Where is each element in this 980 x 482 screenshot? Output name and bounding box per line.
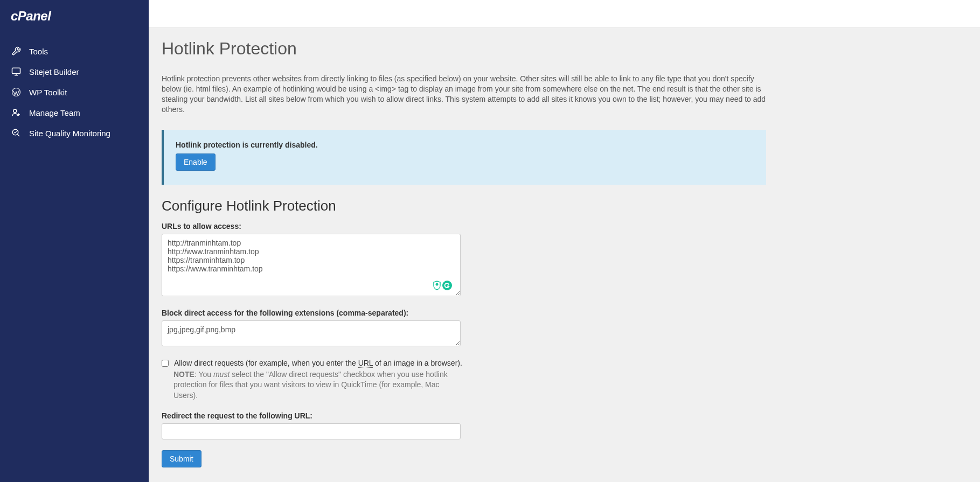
sitejet-icon [11,66,22,77]
allow-direct-prefix: Allow direct requests (for example, when… [174,359,358,367]
enable-button[interactable]: Enable [176,153,216,171]
note-prefix: : You [194,370,213,379]
section-title: Configure Hotlink Protection [162,198,766,214]
sidebar-item-label: WP Toolkit [29,88,67,97]
content-area: Hotlink Protection Hotlink protection pr… [149,28,779,482]
grammarly-badges [433,281,452,290]
allow-direct-label: Allow direct requests (for example, when… [174,359,462,367]
status-alert: Hotlink protection is currently disabled… [162,130,766,185]
sidebar-item-label: Manage Team [29,108,80,117]
sidebar-item-label: Sitejet Builder [29,67,79,76]
sidebar-item-site-quality[interactable]: Site Quality Monitoring [0,123,149,143]
allow-direct-row: Allow direct requests (for example, when… [162,359,766,367]
main-content: Hotlink Protection Hotlink protection pr… [149,0,980,482]
redirect-form-group: Redirect the request to the following UR… [162,411,766,439]
urls-form-group: URLs to allow access: [162,222,766,298]
svg-line-9 [17,134,19,136]
note-must: must [213,370,230,379]
page-title: Hotlink Protection [162,39,766,59]
allow-direct-checkbox[interactable] [162,360,169,367]
svg-text:cPanel: cPanel [11,10,52,23]
svg-point-10 [436,283,439,285]
status-text: Hotlink protection is currently disabled… [176,141,754,149]
svg-rect-1 [12,68,20,74]
note-label: NOTE [173,370,194,379]
urls-textarea[interactable] [162,234,461,296]
sidebar-item-label: Tools [29,47,48,56]
extensions-textarea[interactable] [162,320,461,346]
sidebar-item-sitejet[interactable]: Sitejet Builder [0,61,149,82]
tools-icon [11,46,22,57]
allow-direct-suffix: of an image in a browser). [373,359,462,367]
sidebar-item-label: Site Quality Monitoring [29,129,110,138]
team-icon [11,107,22,118]
redirect-label: Redirect the request to the following UR… [162,411,766,420]
sidebar-item-manage-team[interactable]: Manage Team [0,102,149,123]
sidebar-item-wp-toolkit[interactable]: WP Toolkit [0,82,149,102]
topbar [149,0,980,28]
urls-label: URLs to allow access: [162,222,766,230]
brand-text: cPanel [11,11,65,27]
wordpress-icon [11,87,22,97]
note-text: NOTE: You must select the "Allow direct … [173,369,464,401]
submit-button[interactable]: Submit [162,450,201,467]
page-description: Hotlink protection prevents other websit… [162,74,766,115]
redirect-input[interactable] [162,423,461,439]
cpanel-logo-icon: cPanel [11,10,65,24]
allow-direct-form-group: Allow direct requests (for example, when… [162,359,766,401]
extensions-label: Block direct access for the following ex… [162,309,766,317]
quality-icon [11,128,22,138]
grammarly-shield-icon [433,281,441,290]
svg-point-5 [13,109,17,113]
grammarly-g-icon [442,281,452,290]
sidebar-item-tools[interactable]: Tools [0,41,149,61]
url-abbr: URL [358,359,373,368]
extensions-form-group: Block direct access for the following ex… [162,309,766,348]
logo[interactable]: cPanel [0,10,149,41]
sidebar: cPanel Tools Sitejet Builder WP [0,0,149,482]
